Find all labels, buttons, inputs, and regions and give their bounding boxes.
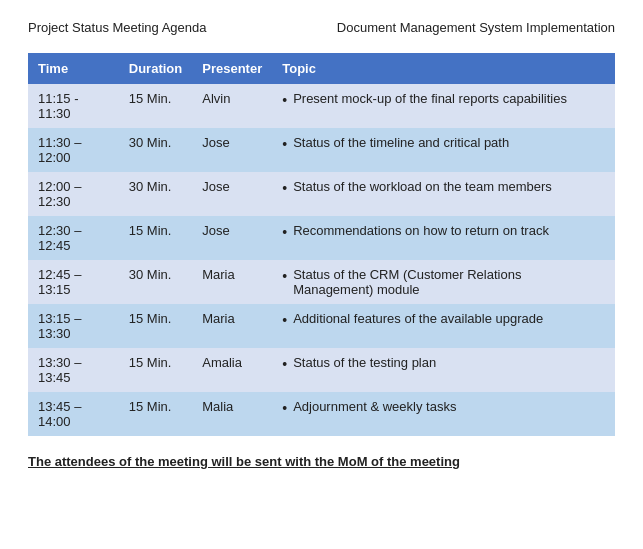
cell-topic: •Adjournment & weekly tasks <box>272 392 615 436</box>
table-row: 12:00 – 12:3030 Min.Jose•Status of the w… <box>28 172 615 216</box>
table-row: 13:30 – 13:4515 Min.Amalia•Status of the… <box>28 348 615 392</box>
col-presenter: Presenter <box>192 53 272 84</box>
cell-presenter: Jose <box>192 172 272 216</box>
cell-topic: •Additional features of the available up… <box>272 304 615 348</box>
table-row: 11:15 - 11:3015 Min.Alvin•Present mock-u… <box>28 84 615 128</box>
cell-topic: •Status of the timeline and critical pat… <box>272 128 615 172</box>
topic-text: Status of the CRM (Customer Relations Ma… <box>293 267 605 297</box>
table-row: 13:45 – 14:0015 Min.Malia•Adjournment & … <box>28 392 615 436</box>
topic-text: Status of the timeline and critical path <box>293 135 509 150</box>
bullet-icon: • <box>282 180 287 196</box>
topic-text: Adjournment & weekly tasks <box>293 399 456 414</box>
table-header: Time Duration Presenter Topic <box>28 53 615 84</box>
bullet-icon: • <box>282 356 287 372</box>
table-row: 12:30 – 12:4515 Min.Jose•Recommendations… <box>28 216 615 260</box>
cell-duration: 15 Min. <box>119 348 192 392</box>
table-row: 11:30 – 12:0030 Min.Jose•Status of the t… <box>28 128 615 172</box>
bullet-icon: • <box>282 400 287 416</box>
topic-text: Status of the workload on the team membe… <box>293 179 552 194</box>
table-row: 12:45 – 13:1530 Min.Maria•Status of the … <box>28 260 615 304</box>
bullet-icon: • <box>282 136 287 152</box>
cell-time: 13:15 – 13:30 <box>28 304 119 348</box>
cell-presenter: Amalia <box>192 348 272 392</box>
header-left-title: Project Status Meeting Agenda <box>28 20 207 35</box>
cell-topic: •Status of the testing plan <box>272 348 615 392</box>
topic-text: Status of the testing plan <box>293 355 436 370</box>
cell-presenter: Jose <box>192 216 272 260</box>
topic-text: Additional features of the available upg… <box>293 311 543 326</box>
header-right-title: Document Management System Implementatio… <box>337 20 615 35</box>
cell-time: 13:45 – 14:00 <box>28 392 119 436</box>
col-topic: Topic <box>272 53 615 84</box>
table-body: 11:15 - 11:3015 Min.Alvin•Present mock-u… <box>28 84 615 436</box>
cell-topic: •Recommendations on how to return on tra… <box>272 216 615 260</box>
cell-time: 12:30 – 12:45 <box>28 216 119 260</box>
cell-duration: 15 Min. <box>119 216 192 260</box>
cell-presenter: Alvin <box>192 84 272 128</box>
cell-duration: 15 Min. <box>119 84 192 128</box>
cell-duration: 30 Min. <box>119 260 192 304</box>
bullet-icon: • <box>282 268 287 284</box>
cell-presenter: Maria <box>192 260 272 304</box>
col-duration: Duration <box>119 53 192 84</box>
table-row: 13:15 – 13:3015 Min.Maria•Additional fea… <box>28 304 615 348</box>
cell-presenter: Jose <box>192 128 272 172</box>
cell-presenter: Malia <box>192 392 272 436</box>
page-header: Project Status Meeting Agenda Document M… <box>28 20 615 35</box>
col-time: Time <box>28 53 119 84</box>
cell-time: 12:45 – 13:15 <box>28 260 119 304</box>
cell-time: 12:00 – 12:30 <box>28 172 119 216</box>
cell-duration: 30 Min. <box>119 128 192 172</box>
cell-topic: •Status of the CRM (Customer Relations M… <box>272 260 615 304</box>
bullet-icon: • <box>282 312 287 328</box>
cell-duration: 30 Min. <box>119 172 192 216</box>
agenda-table: Time Duration Presenter Topic 11:15 - 11… <box>28 53 615 436</box>
cell-duration: 15 Min. <box>119 392 192 436</box>
cell-duration: 15 Min. <box>119 304 192 348</box>
bullet-icon: • <box>282 92 287 108</box>
topic-text: Present mock-up of the final reports cap… <box>293 91 567 106</box>
cell-topic: •Present mock-up of the final reports ca… <box>272 84 615 128</box>
topic-text: Recommendations on how to return on trac… <box>293 223 549 238</box>
cell-time: 11:15 - 11:30 <box>28 84 119 128</box>
cell-time: 13:30 – 13:45 <box>28 348 119 392</box>
cell-topic: •Status of the workload on the team memb… <box>272 172 615 216</box>
bullet-icon: • <box>282 224 287 240</box>
cell-presenter: Maria <box>192 304 272 348</box>
footer-note: The attendees of the meeting will be sen… <box>28 454 615 469</box>
cell-time: 11:30 – 12:00 <box>28 128 119 172</box>
